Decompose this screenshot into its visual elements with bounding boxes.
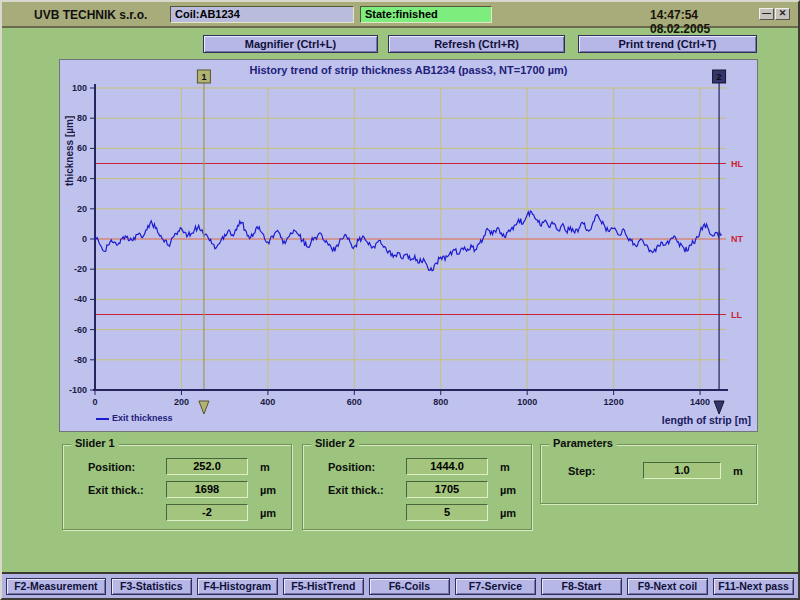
f8-start-button[interactable]: F8-Start (541, 578, 622, 595)
slider2-position-value: 1444.0 (406, 458, 488, 475)
slider1-thickness-label: Exit thick.: (88, 484, 144, 496)
y-tick-0: 0 (82, 234, 87, 244)
slider2-position-unit: m (500, 461, 510, 473)
f6-coils-button[interactable]: F6-Coils (369, 578, 450, 595)
x-tick-1000: 1000 (517, 397, 537, 407)
slider2-thickness-unit: µm (500, 484, 516, 496)
x-tick-0: 0 (92, 397, 97, 407)
svg-text:2: 2 (717, 72, 722, 82)
minimize-button[interactable]: — (759, 8, 774, 20)
f9-next-coil-button[interactable]: F9-Next coil (627, 578, 708, 595)
limit-label-HL: HL (731, 159, 743, 169)
y-tick--100: -100 (69, 385, 87, 395)
slider-arrow-1 (199, 401, 209, 414)
slider-arrow-2 (714, 401, 724, 414)
limit-label-LL: LL (731, 310, 742, 320)
f5-histtrend-button[interactable]: F5-HistTrend (283, 578, 364, 595)
x-tick-200: 200 (174, 397, 189, 407)
coil-field: Coil:AB1234 (170, 6, 354, 23)
parameters-panel: Parameters Step: 1.0 m (540, 444, 757, 504)
step-label: Step: (568, 465, 596, 477)
f11-next-pass-button[interactable]: F11-Next pass (713, 578, 794, 595)
y-tick-20: 20 (77, 204, 87, 214)
y-tick-40: 40 (77, 174, 87, 184)
slider1-thickness-unit: µm (260, 484, 276, 496)
magnifier-button[interactable]: Magnifier (Ctrl+L) (203, 35, 378, 53)
close-icon: ✕ (779, 8, 787, 18)
step-unit: m (733, 465, 743, 477)
slider2-thickness-label: Exit thick.: (328, 484, 384, 496)
datetime-display: 14:47:54 08.02.2005 (650, 8, 760, 36)
y-tick-100: 100 (72, 83, 87, 93)
chart-x-axis-label: length of strip [m] (662, 414, 751, 426)
trend-chart-panel: History trend of strip thickness AB1234 … (59, 59, 758, 432)
chart-slider-1[interactable]: 1 (197, 70, 210, 414)
x-tick-800: 800 (433, 397, 448, 407)
exit-thickness-line-swatch (96, 418, 109, 420)
slider2-panel: Slider 2 Position: 1444.0 m Exit thick.:… (302, 444, 532, 530)
x-tick-600: 600 (347, 397, 362, 407)
slider1-panel-title: Slider 1 (71, 437, 119, 449)
y-tick--80: -80 (74, 355, 87, 365)
slider1-deviation-value: -2 (166, 504, 248, 521)
y-tick-60: 60 (77, 143, 87, 153)
company-name: UVB TECHNIK s.r.o. (34, 8, 147, 22)
app-window: UVB TECHNIK s.r.o. Coil:AB1234 State:fin… (0, 0, 800, 600)
slider2-position-label: Position: (328, 461, 375, 473)
chart-slider-2[interactable]: 2 (713, 70, 726, 414)
parameters-panel-title: Parameters (549, 437, 617, 449)
slider1-deviation-unit: µm (260, 507, 276, 519)
f7-service-button[interactable]: F7-Service (455, 578, 536, 595)
state-field: State:finished (360, 6, 492, 23)
refresh-button[interactable]: Refresh (Ctrl+R) (388, 35, 565, 53)
print-trend-button[interactable]: Print trend (Ctrl+T) (578, 35, 757, 53)
slider2-deviation-value: 5 (406, 504, 488, 521)
trend-chart[interactable]: HLNTLL-100-80-60-40-20020406080100020040… (60, 60, 759, 433)
minimize-icon: — (762, 8, 771, 18)
slider1-position-value: 252.0 (166, 458, 248, 475)
x-tick-1400: 1400 (690, 397, 710, 407)
exit-thickness-trace (95, 211, 722, 271)
slider1-thickness-value: 1698 (166, 481, 248, 498)
step-value: 1.0 (643, 462, 721, 479)
slider2-deviation-unit: µm (500, 507, 516, 519)
f2-measurement-button[interactable]: F2-Measurement (6, 578, 106, 595)
function-key-bar: F2-Measurement F3-Statistics F4-Histogra… (2, 572, 798, 598)
limit-label-NT: NT (731, 234, 743, 244)
x-tick-400: 400 (260, 397, 275, 407)
slider2-panel-title: Slider 2 (311, 437, 359, 449)
y-tick--60: -60 (74, 325, 87, 335)
slider2-thickness-value: 1705 (406, 481, 488, 498)
svg-text:1: 1 (201, 72, 206, 82)
legend-label: Exit thickness (112, 413, 173, 423)
y-tick-80: 80 (77, 113, 87, 123)
close-button[interactable]: ✕ (775, 8, 790, 20)
y-tick--20: -20 (74, 264, 87, 274)
x-tick-1200: 1200 (604, 397, 624, 407)
f3-statistics-button[interactable]: F3-Statistics (111, 578, 192, 595)
slider1-panel: Slider 1 Position: 252.0 m Exit thick.: … (62, 444, 292, 530)
y-tick--40: -40 (74, 294, 87, 304)
slider1-position-label: Position: (88, 461, 135, 473)
chart-legend: Exit thickness (96, 413, 173, 423)
title-bar: UVB TECHNIK s.r.o. Coil:AB1234 State:fin… (2, 2, 798, 28)
slider1-position-unit: m (260, 461, 270, 473)
f4-histogram-button[interactable]: F4-Histogram (197, 578, 278, 595)
